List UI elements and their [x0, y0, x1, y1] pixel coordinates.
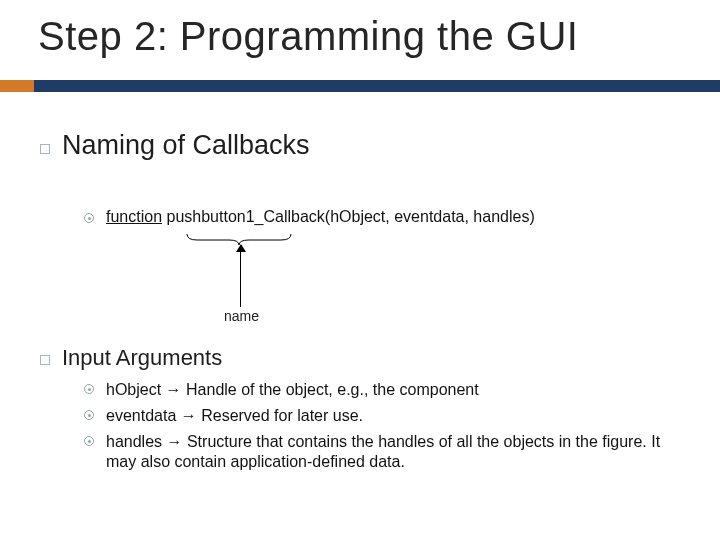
bullet-square-icon [40, 144, 50, 154]
input-arguments-list: hObject → Handle of the object, e.g., th… [106, 380, 694, 478]
section-heading: Naming of Callbacks [62, 130, 310, 161]
list-item: eventdata → Reserved for later use. [106, 406, 694, 426]
slide: Step 2: Programming the GUI Naming of Ca… [0, 0, 720, 540]
list-item-text: hObject → Handle of the object, e.g., th… [106, 380, 694, 400]
section-heading: Input Arguments [62, 345, 222, 371]
accent-bar [0, 80, 720, 92]
list-item: hObject → Handle of the object, e.g., th… [106, 380, 694, 400]
list-item: handles → Structure that contains the ha… [106, 432, 694, 472]
bullet-circle-icon [84, 436, 94, 446]
list-item-text: eventdata → Reserved for later use. [106, 406, 694, 426]
bullet-circle-icon [84, 213, 94, 223]
code-rest: pushbutton1_Callback(hObject, eventdata,… [162, 208, 535, 225]
bullet-circle-icon [84, 410, 94, 420]
annotation-arrow-line [240, 245, 241, 307]
list-item-text: handles → Structure that contains the ha… [106, 432, 694, 472]
code-keyword: function [106, 208, 162, 225]
bullet-square-icon [40, 355, 50, 365]
slide-title: Step 2: Programming the GUI [38, 14, 578, 59]
annotation-label: name [224, 308, 259, 324]
callback-code-line: function pushbutton1_Callback(hObject, e… [106, 208, 535, 226]
bullet-circle-icon [84, 384, 94, 394]
accent-bar-orange [0, 80, 34, 92]
